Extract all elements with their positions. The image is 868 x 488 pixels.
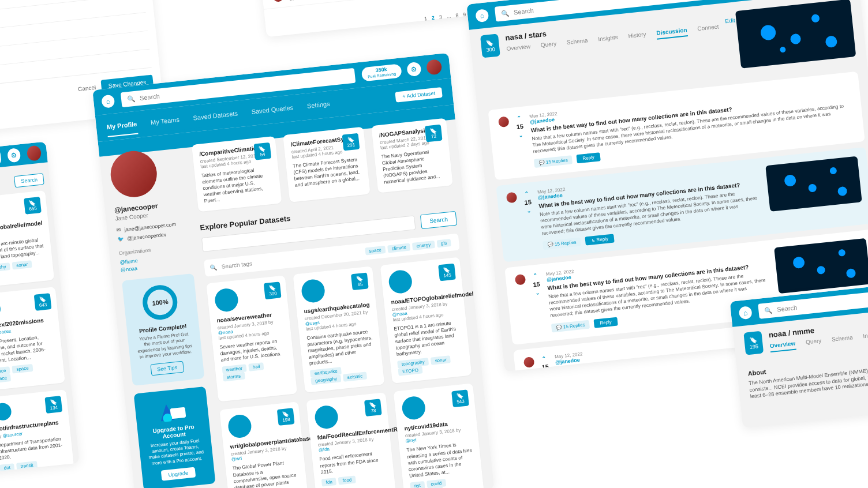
tab-history[interactable]: History xyxy=(628,31,647,42)
tag-chip[interactable]: topography xyxy=(0,262,10,273)
tag-chip[interactable]: sonar xyxy=(12,260,32,269)
pinned-card[interactable]: 291 /ClimateForecastSystemcreated April … xyxy=(283,127,371,202)
reply-button[interactable]: Reply xyxy=(594,317,618,328)
bookmark-badge[interactable]: 195 xyxy=(743,331,764,355)
settings-icon[interactable]: ⚙ xyxy=(7,148,21,163)
reply-button[interactable]: ↳ Reply xyxy=(585,234,615,246)
page-link[interactable]: 1 xyxy=(424,16,428,21)
page-link[interactable]: 2 xyxy=(431,15,435,21)
page-link[interactable]: 9 xyxy=(463,12,466,17)
twitter-icon: 🐦 xyxy=(117,236,124,242)
reply-button[interactable]: Reply xyxy=(577,152,601,163)
tag-chip[interactable]: food xyxy=(338,475,356,485)
vote-control[interactable]: ⌃ 15 ⌄ xyxy=(523,190,537,251)
tag-chip[interactable]: dot xyxy=(0,464,15,472)
pinned-card[interactable]: 54 /ComparitiveClimaticDatacreated Septe… xyxy=(192,136,282,212)
tab-overview[interactable]: Overview xyxy=(769,340,796,352)
edit-link[interactable]: Edit xyxy=(725,17,735,24)
upvote-icon[interactable]: ⌃ xyxy=(542,355,547,361)
tab-query[interactable]: Query xyxy=(805,337,822,348)
logo-icon[interactable]: ⌂ xyxy=(739,306,753,320)
tag-chip[interactable]: hail xyxy=(248,362,264,371)
upgrade-button[interactable]: Upgrade xyxy=(161,467,196,481)
bookmark-badge[interactable]: 655 xyxy=(24,197,42,215)
logo-icon[interactable]: ⌂ xyxy=(475,9,489,22)
downvote-icon[interactable]: ⌄ xyxy=(535,290,540,296)
bookmark-badge[interactable]: 72 xyxy=(425,125,443,142)
bookmark-badge[interactable]: 643 xyxy=(34,293,52,311)
dataset-avatar xyxy=(214,287,239,313)
tag-chip[interactable]: space xyxy=(12,364,33,374)
upvote-icon[interactable]: ⌃ xyxy=(525,190,530,197)
tab-saved datasets[interactable]: Saved Datasets xyxy=(192,104,239,128)
downvote-icon[interactable]: ⌄ xyxy=(526,208,532,214)
tag-chip[interactable]: space xyxy=(0,374,12,384)
vote-control[interactable]: ⌃ 15 ⌄ xyxy=(515,115,528,170)
tag-chip[interactable]: space xyxy=(0,271,1,281)
bookmark-badge[interactable]: 145 xyxy=(438,264,456,281)
search-button[interactable]: Search xyxy=(14,173,44,187)
bookmark-badge[interactable]: 65 xyxy=(351,273,369,291)
tab-settings[interactable]: Settings xyxy=(306,95,331,117)
settings-icon[interactable]: ⚙ xyxy=(406,62,421,77)
tab-schema[interactable]: Schema xyxy=(831,334,853,346)
tag-chip[interactable]: transit xyxy=(16,461,38,471)
bookmark-badge[interactable]: 198 xyxy=(277,408,295,426)
tab-discussion[interactable]: Discussion xyxy=(656,27,688,39)
tag-chip[interactable]: energy xyxy=(412,241,435,250)
tab-my teams[interactable]: My Teams xyxy=(149,110,180,133)
bookmark-badge[interactable]: 291 xyxy=(342,133,360,151)
pinned-card[interactable]: 72 /NOGAPSanalysisdatacreated March 22, … xyxy=(371,118,453,193)
tag-chip[interactable]: fda xyxy=(321,478,336,487)
tag-chip[interactable]: sonar xyxy=(431,356,451,365)
vote-control[interactable]: ⌃ 15 ⌄ xyxy=(532,273,545,334)
replies-chip[interactable]: 💬 15 Replies xyxy=(551,320,590,332)
tab-schema[interactable]: Schema xyxy=(566,37,588,49)
tag-chip[interactable]: space xyxy=(365,246,386,256)
see-tips-button[interactable]: See Tips xyxy=(150,361,184,376)
page-link[interactable]: 3 xyxy=(439,14,442,20)
dataset-card[interactable]: 543 nyt/covid19data created January 3, 2… xyxy=(394,384,485,488)
dataset-card[interactable]: 198 wri/globalpowerplantdatabase created… xyxy=(219,402,310,488)
tag-chip[interactable]: climate xyxy=(387,243,410,253)
tag-chip[interactable]: covid xyxy=(426,479,446,488)
dataset-card[interactable]: 655 ETOPOglobalreliefmodel by @noaa PO1 … xyxy=(0,190,54,288)
replies-chip[interactable]: 💬 15 Replies xyxy=(534,155,573,168)
bookmark-badge[interactable]: 78 xyxy=(364,399,382,417)
avatar[interactable] xyxy=(426,59,443,76)
search-button[interactable]: Search xyxy=(420,211,457,229)
dataset-card[interactable]: 145 noaa/ETOPOglobalreliefmodel created … xyxy=(380,257,472,384)
bookmark-badge[interactable]: 543 xyxy=(451,390,469,408)
vote-control[interactable]: ⌃ 15 ⌄ xyxy=(540,355,553,371)
dataset-card[interactable]: 78 fda/FoodRecallEnforcementReports crea… xyxy=(306,393,398,488)
tab-my profile[interactable]: My Profile xyxy=(106,115,138,137)
replies-chip[interactable]: 💬 15 Replies xyxy=(542,238,581,250)
upvote-icon[interactable]: ⌃ xyxy=(533,273,538,279)
logo-icon[interactable]: ⌂ xyxy=(101,95,115,108)
bookmark-badge[interactable]: 300 xyxy=(480,33,500,58)
tag-chip[interactable]: nyt xyxy=(410,481,425,488)
tab-query[interactable]: Query xyxy=(540,40,557,52)
bookmark-badge[interactable]: 134 xyxy=(44,396,62,414)
page-link[interactable]: ... xyxy=(446,13,451,20)
dataset-card[interactable]: 300 noaa/severeweather created January 3… xyxy=(206,276,298,403)
add-dataset-button[interactable]: + Add Dataset xyxy=(395,87,443,102)
tab-insights[interactable]: Insights xyxy=(863,331,868,343)
dataset-card[interactable]: 134 dot/infrastructureplans by @sourcer … xyxy=(0,389,75,472)
bookmark-badge[interactable]: 300 xyxy=(264,282,282,300)
tag-chip[interactable]: storms xyxy=(222,372,245,382)
downvote-icon[interactable]: ⌄ xyxy=(518,132,523,138)
dataset-card[interactable]: 65 usgs/earthquakecatalog created Decemb… xyxy=(293,266,385,393)
bookmark-badge[interactable]: 54 xyxy=(253,142,271,160)
dataset-card[interactable]: 643 spacex/2020missions by @spacex 2006-… xyxy=(0,287,65,391)
tab-connect[interactable]: Connect xyxy=(697,23,720,35)
upvote-icon[interactable]: ⌃ xyxy=(517,115,522,121)
tag-chip[interactable]: seismic xyxy=(343,372,367,382)
tag-chip[interactable]: gis xyxy=(436,239,451,247)
page-link[interactable]: 8 xyxy=(455,12,459,18)
search-icon: 🔍 xyxy=(764,306,773,314)
tab-overview[interactable]: Overview xyxy=(506,43,531,55)
tab-saved queries[interactable]: Saved Queries xyxy=(250,98,294,122)
avatar[interactable] xyxy=(27,145,42,161)
tab-insights[interactable]: Insights xyxy=(598,33,619,46)
